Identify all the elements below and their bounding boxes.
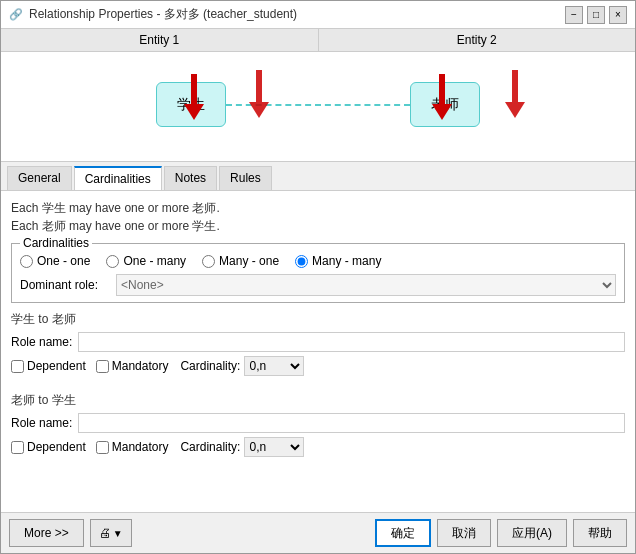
section2-checkbox-row: Dependent Mandatory Cardinality: 0,n: [11, 437, 625, 457]
title-bar-controls: − □ ×: [565, 6, 627, 24]
maximize-button[interactable]: □: [587, 6, 605, 24]
arrow-center-left: [249, 70, 269, 118]
desc-line1: Each 学生 may have one or more 老师.: [11, 199, 625, 217]
radio-one-many[interactable]: One - many: [106, 254, 186, 268]
dominant-label: Dominant role:: [20, 278, 110, 292]
title-bar: 🔗 Relationship Properties - 多对多 (teacher…: [1, 1, 635, 29]
close-button[interactable]: ×: [609, 6, 627, 24]
section2-cardinality-select[interactable]: 0,n: [244, 437, 304, 457]
section1: 学生 to 老师 Role name: Dependent Mandatory …: [11, 311, 625, 376]
entity-headers: Entity 1 Entity 2: [1, 29, 635, 52]
section1-role-row: Role name:: [11, 332, 625, 352]
radio-many-one[interactable]: Many - one: [202, 254, 279, 268]
window-icon: 🔗: [9, 8, 23, 21]
section1-role-label: Role name:: [11, 335, 72, 349]
apply-button[interactable]: 应用(A): [497, 519, 567, 547]
entity2-header: Entity 2: [319, 29, 636, 51]
ok-button[interactable]: 确定: [375, 519, 431, 547]
section1-mandatory-check[interactable]: Mandatory: [96, 359, 169, 373]
print-dropdown-arrow[interactable]: ▼: [113, 528, 123, 539]
diagram-area: 学生 老师: [1, 52, 635, 162]
section-divider: [11, 382, 625, 388]
section2-role-label: Role name:: [11, 416, 72, 430]
section1-role-input[interactable]: [78, 332, 625, 352]
tabs-area: General Cardinalities Notes Rules: [1, 162, 635, 191]
window-title: Relationship Properties - 多对多 (teacher_s…: [29, 6, 297, 23]
radio-many-many[interactable]: Many - many: [295, 254, 381, 268]
section1-title: 学生 to 老师: [11, 311, 625, 328]
arrow-left: [184, 74, 204, 120]
tab-rules[interactable]: Rules: [219, 166, 272, 190]
section2-role-input[interactable]: [78, 413, 625, 433]
more-button[interactable]: More >>: [9, 519, 84, 547]
section1-cardinality-label: Cardinality:: [180, 359, 240, 373]
cardinality-radio-row: One - one One - many Many - one Many - m…: [20, 254, 616, 268]
help-button[interactable]: 帮助: [573, 519, 627, 547]
entity1-header: Entity 1: [1, 29, 319, 51]
dominant-row: Dominant role: <None>: [20, 274, 616, 296]
section2-cardinality-label: Cardinality:: [180, 440, 240, 454]
arrow-right: [432, 74, 452, 120]
tab-notes[interactable]: Notes: [164, 166, 217, 190]
desc-line2: Each 老师 may have one or more 学生.: [11, 217, 625, 235]
title-bar-left: 🔗 Relationship Properties - 多对多 (teacher…: [9, 6, 297, 23]
arrow-center-right: [505, 70, 525, 118]
tab-cardinalities[interactable]: Cardinalities: [74, 166, 162, 190]
bottom-bar: More >> 🖨 ▼ 确定 取消 应用(A) 帮助: [1, 512, 635, 553]
cancel-button[interactable]: 取消: [437, 519, 491, 547]
tab-general[interactable]: General: [7, 166, 72, 190]
section1-cardinality-select[interactable]: 0,n: [244, 356, 304, 376]
section1-dependent-check[interactable]: Dependent: [11, 359, 86, 373]
cardinalities-group: Cardinalities One - one One - many Many …: [11, 243, 625, 303]
main-window: 🔗 Relationship Properties - 多对多 (teacher…: [0, 0, 636, 554]
content-area: Each 学生 may have one or more 老师. Each 老师…: [1, 191, 635, 512]
printer-icon: 🖨: [99, 526, 111, 540]
print-button[interactable]: 🖨 ▼: [90, 519, 132, 547]
section2-dependent-check[interactable]: Dependent: [11, 440, 86, 454]
section2-mandatory-check[interactable]: Mandatory: [96, 440, 169, 454]
minimize-button[interactable]: −: [565, 6, 583, 24]
cardinalities-group-label: Cardinalities: [20, 236, 92, 250]
section2-role-row: Role name:: [11, 413, 625, 433]
radio-one-one[interactable]: One - one: [20, 254, 90, 268]
description: Each 学生 may have one or more 老师. Each 老师…: [11, 199, 625, 235]
section2-title: 老师 to 学生: [11, 392, 625, 409]
section2: 老师 to 学生 Role name: Dependent Mandatory …: [11, 392, 625, 457]
dominant-select[interactable]: <None>: [116, 274, 616, 296]
section1-checkbox-row: Dependent Mandatory Cardinality: 0,n: [11, 356, 625, 376]
